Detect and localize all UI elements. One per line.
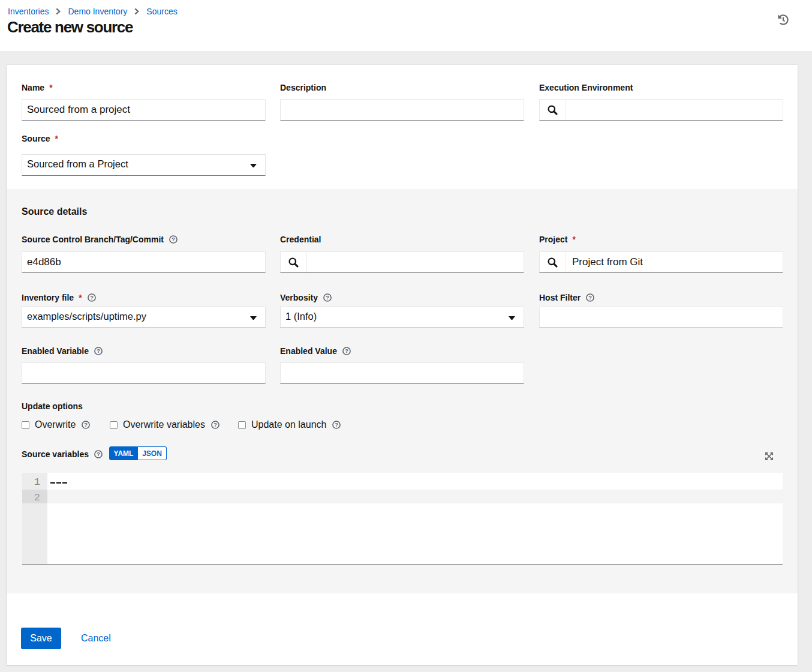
svg-text:?: ?: [326, 295, 329, 301]
svg-text:?: ?: [588, 295, 592, 301]
svg-text:?: ?: [97, 348, 100, 354]
svg-text:?: ?: [172, 236, 175, 242]
svg-text:?: ?: [345, 348, 348, 354]
svg-text:?: ?: [97, 451, 100, 457]
svg-text:?: ?: [90, 295, 94, 301]
svg-text:?: ?: [213, 422, 217, 428]
svg-text:?: ?: [85, 422, 88, 428]
svg-text:?: ?: [335, 422, 339, 428]
